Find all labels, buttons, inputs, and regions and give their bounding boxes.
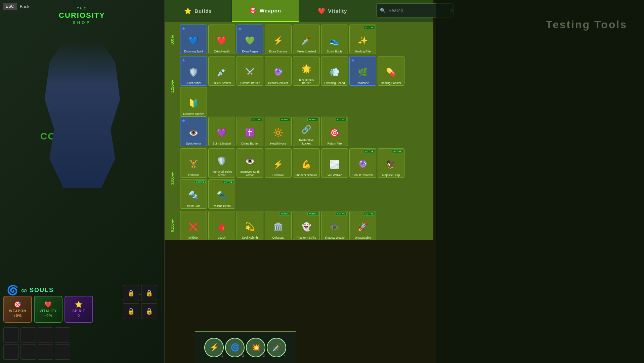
- list-item[interactable]: 💉Bullet Lifesteal: [208, 56, 235, 86]
- vitality-tab-icon: ❤️: [318, 7, 326, 15]
- flex-slots: 🔒 🔒 🔒 🔒: [123, 285, 157, 319]
- star-badge-icon: ★: [181, 57, 186, 63]
- list-item[interactable]: 👁️Improved Spirit Armor: [237, 148, 263, 178]
- list-item[interactable]: 🛡️Improved Bullet Armor: [208, 148, 235, 178]
- list-item[interactable]: ❌Inhibitor: [180, 211, 207, 240]
- tier-items-500: ★💙Enduring Spirit❤️Extra Health★💚Extra R…: [180, 25, 431, 54]
- list-item[interactable]: ACTIVE🏛️Colossus: [265, 211, 292, 240]
- ability-slot-1[interactable]: ⚡ 1: [204, 338, 224, 357]
- ability-slot-4[interactable]: 🗡️ 4: [267, 338, 286, 357]
- list-item[interactable]: ACTIVE🎯Return Fire: [321, 117, 348, 146]
- list-item[interactable]: 🌫️Veil Walker: [321, 148, 348, 178]
- item-icon: 🩸: [213, 218, 230, 235]
- tab-weapon[interactable]: 🎯 Weapon: [232, 0, 299, 22]
- item-name-label: Health Nova: [270, 142, 287, 145]
- item-name-label: Spirit Lifesteal: [212, 142, 231, 145]
- list-item[interactable]: 👟Sprint Boots: [321, 25, 348, 54]
- spirit-stat: ⭐ SPIRIT 0: [65, 296, 93, 323]
- list-item[interactable]: ACTIVE✝️Divine Barrier: [237, 117, 263, 146]
- inv-slot-3[interactable]: [38, 327, 53, 343]
- list-item[interactable]: ★💚Extra Regen: [237, 25, 263, 54]
- item-name-label: Soul Rebirth: [242, 236, 259, 239]
- inv-slot-8[interactable]: [55, 344, 70, 360]
- item-icon: 💊: [383, 64, 399, 81]
- list-item[interactable]: ★🛡️Bullet Armor: [180, 56, 207, 86]
- active-badge: ACTIVE: [364, 26, 375, 29]
- esc-button[interactable]: ESC: [3, 3, 17, 10]
- inv-slot-6[interactable]: [20, 344, 36, 360]
- item-icon: 🗡️: [298, 32, 315, 49]
- tier-items-1250b: ★👁️Spirit Armor💜Spirit LifestealACTIVE✝️…: [180, 117, 431, 146]
- item-icon: 🕷️: [326, 218, 343, 235]
- vitality-stat: ❤️ VITALITY +0%: [34, 296, 62, 323]
- list-item[interactable]: ACTIVE🔗Restorative Locket: [293, 117, 320, 146]
- list-item[interactable]: ACTIVE✨Healing Rite: [349, 25, 376, 54]
- item-name-label: Leech: [217, 236, 226, 239]
- inv-slot-4[interactable]: [55, 327, 70, 343]
- item-icon: 👁️: [242, 153, 258, 169]
- list-item[interactable]: ACTIVE🦅Majestic Leap: [378, 148, 404, 178]
- tier-row-6,200: $6,200❌Inhibitor🩸Leech💫Soul RebirthACTIV…: [167, 211, 431, 240]
- item-name-label: Reactive Barrier: [183, 112, 205, 116]
- item-icon: ❤️: [213, 32, 230, 49]
- item-name-label: Veil Walker: [327, 173, 342, 177]
- ability-4-number: 4: [284, 354, 286, 357]
- list-item[interactable]: 💪Superior Stamina: [293, 148, 320, 178]
- inv-slot-2[interactable]: [20, 327, 36, 343]
- item-name-label: Extra Regen: [241, 50, 258, 53]
- list-item[interactable]: ACTIVE🔆Health Nova: [265, 117, 292, 146]
- list-item[interactable]: 💜Spirit Lifesteal: [208, 117, 235, 146]
- item-name-label: Debuff Reducer: [267, 81, 289, 85]
- active-badge: ACTIVE: [392, 150, 403, 153]
- list-item[interactable]: 💫Soul Rebirth: [237, 211, 263, 240]
- inv-slot-7[interactable]: [38, 344, 53, 360]
- inv-slot-5[interactable]: [3, 344, 19, 360]
- list-item[interactable]: 🗡️Melee Lifesteal: [293, 25, 320, 54]
- list-item[interactable]: 💊Healing Booster: [378, 56, 404, 86]
- list-item[interactable]: ⚡Lifestrike: [265, 148, 292, 178]
- list-item[interactable]: 🔰Reactive Barrier: [180, 87, 207, 117]
- list-item[interactable]: 🏋️Fortitude: [180, 148, 207, 178]
- right-overlay: Testing Tools: [436, 0, 644, 363]
- ability-slot-3[interactable]: 💥 3: [246, 338, 265, 357]
- tab-builds[interactable]: ⭐ Builds: [165, 0, 232, 22]
- ability-2-icon: 🌀: [230, 343, 240, 352]
- item-name-label: Phantom Strike: [296, 236, 317, 239]
- list-item[interactable]: ACTIVE🔩Metal Skin: [180, 179, 207, 209]
- inventory-grid: [3, 327, 71, 360]
- ability-slot-2[interactable]: 🌀 2: [225, 338, 245, 357]
- list-item[interactable]: 🌟Enchanter's Barrier: [293, 56, 320, 86]
- list-item[interactable]: ACTIVE🕷️Shadow Weave: [321, 211, 348, 240]
- star-badge-icon: ★: [181, 118, 186, 123]
- inv-slot-1[interactable]: [3, 327, 19, 343]
- item-name-label: Shadow Weave: [324, 236, 345, 239]
- list-item[interactable]: ❤️Extra Health: [208, 25, 235, 54]
- tier-row-1250-b: $★👁️Spirit Armor💜Spirit LifestealACTIVE✝…: [167, 117, 431, 146]
- list-item[interactable]: 🩸Leech: [208, 211, 235, 240]
- list-item[interactable]: ★🌿Healbane: [349, 56, 376, 86]
- list-item[interactable]: ACTIVE🔮Debuff Remover: [349, 148, 376, 178]
- tier-cost-1250: $1,250: [167, 56, 178, 117]
- tier-cost-6,200: $6,200: [167, 211, 178, 240]
- item-icon: 🔆: [270, 124, 287, 141]
- list-item[interactable]: 💨Enduring Speed: [321, 56, 348, 86]
- list-item[interactable]: ⚔️Combat Barrier: [237, 56, 263, 86]
- item-icon: 💫: [242, 218, 258, 235]
- active-badge: ACTIVE: [364, 150, 375, 153]
- list-item[interactable]: ACTIVE🔦Rescue Beam: [208, 179, 235, 209]
- item-name-label: Healbane: [356, 81, 370, 85]
- item-name-label: Bullet Armor: [185, 81, 202, 85]
- back-button[interactable]: Back: [20, 4, 30, 9]
- tier-items-6,200: ❌Inhibitor🩸Leech💫Soul RebirthACTIVE🏛️Col…: [180, 211, 431, 240]
- list-item[interactable]: ⚡Extra Stamina: [265, 25, 292, 54]
- list-item[interactable]: ★👁️Spirit Armor: [180, 117, 207, 146]
- weapon-label: Weapon: [260, 8, 281, 13]
- item-icon: 🎯: [326, 124, 343, 141]
- list-item[interactable]: 🔮Debuff Reducer: [265, 56, 292, 86]
- list-item[interactable]: ACTIVE🚀Unstoppable: [349, 211, 376, 240]
- tier-section-3,000: $3,000🏋️Fortitude🛡️Improved Bullet Armor…: [167, 148, 431, 209]
- list-item[interactable]: ★💙Enduring Spirit: [180, 25, 207, 54]
- tab-vitality[interactable]: ❤️ Vitality: [299, 0, 366, 22]
- list-item[interactable]: ACTIVE👻Phantom Strike: [293, 211, 320, 240]
- item-icon: ⚡: [270, 156, 287, 173]
